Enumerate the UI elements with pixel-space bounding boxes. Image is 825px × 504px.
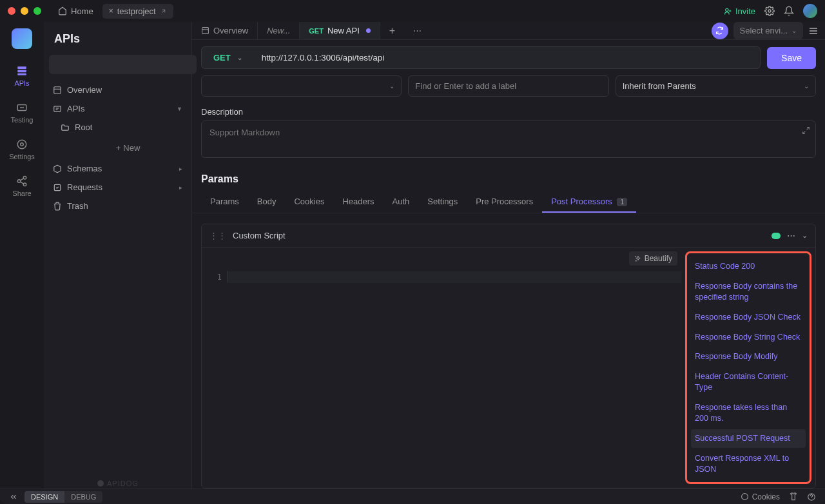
new-item-button[interactable]: +New [70, 139, 186, 157]
tab-overview[interactable]: Overview [192, 22, 258, 39]
tab-method: GET [309, 27, 324, 35]
rail-label: Settings [9, 153, 35, 160]
home-button[interactable]: Home [53, 4, 99, 19]
caret-right-icon: ▸ [179, 166, 182, 172]
tab-api[interactable]: GET New API [300, 22, 380, 39]
snippet-item[interactable]: Header Contains Content-Type [691, 367, 806, 397]
env-label: Select envi... [740, 26, 788, 35]
sync-icon [715, 26, 724, 35]
sidebar-item-label: Root [75, 122, 92, 132]
count-badge: 1 [617, 198, 627, 206]
gear-icon[interactable] [764, 6, 775, 16]
chevron-down-icon[interactable]: ⌄ [802, 231, 808, 240]
environment-select[interactable]: Select envi... ⌄ [733, 22, 803, 39]
snippet-item[interactable]: Response Body contains the specified str… [691, 277, 806, 307]
debug-mode[interactable]: DEBUG [64, 491, 102, 503]
trash-icon [53, 202, 62, 211]
sidebar-title: APIs [49, 28, 186, 55]
svg-point-0 [726, 8, 728, 11]
inherit-label: Inherit from Parents [623, 81, 696, 91]
inherit-select[interactable]: Inherit from Parents ⌄ [616, 75, 816, 97]
collapse-icon[interactable] [9, 492, 18, 501]
labels-input[interactable]: Find or Enter to add a label [408, 75, 608, 97]
maximize-window-button[interactable] [34, 7, 41, 15]
svg-rect-2 [17, 66, 26, 69]
sidebar-requests[interactable]: Requests ▸ [49, 178, 186, 197]
design-mode[interactable]: DESIGN [24, 491, 64, 503]
ptab-body[interactable]: Body [248, 191, 286, 213]
snippet-item[interactable]: Status Code 200 [691, 257, 806, 276]
ptab-pre[interactable]: Pre Processors [467, 191, 542, 213]
user-plus-icon [724, 7, 732, 15]
sidebar-trash[interactable]: Trash [49, 197, 186, 215]
code-line[interactable] [228, 271, 681, 283]
method-select[interactable]: GET ⌄ [201, 46, 254, 69]
project-tab[interactable]: × testproject [102, 4, 173, 19]
sidebar-schemas[interactable]: Schemas ▸ [49, 159, 186, 178]
ptab-cookies[interactable]: Cookies [285, 191, 333, 213]
svg-point-6 [21, 143, 24, 146]
placeholder: Support Markdown [209, 128, 280, 137]
more-icon[interactable]: ⋯ [787, 231, 795, 240]
schemas-icon [53, 164, 62, 173]
snippet-item[interactable]: Convert Response XML to JSON [691, 449, 806, 479]
rail-apis[interactable]: APIs [0, 59, 44, 92]
svg-rect-12 [54, 86, 61, 93]
sidebar-item-label: Schemas [67, 164, 102, 173]
tags-select[interactable]: ⌄ [201, 75, 402, 97]
drag-handle[interactable]: ⋮⋮ [209, 231, 226, 240]
expand-icon[interactable] [802, 126, 810, 135]
svg-point-7 [17, 140, 26, 149]
beautify-button[interactable]: Beautify [629, 251, 677, 266]
help-icon[interactable] [807, 492, 816, 501]
invite-button[interactable]: Invite [724, 6, 755, 16]
ptab-post[interactable]: Post Processors 1 [542, 191, 636, 213]
rail-settings[interactable]: Settings [0, 133, 44, 166]
enable-toggle[interactable] [772, 233, 781, 239]
snippet-item[interactable]: Response Body Modify [691, 347, 806, 366]
sidebar-root-folder[interactable]: Root [57, 118, 186, 137]
chevron-down-icon: ⌄ [804, 82, 809, 90]
bell-icon[interactable] [784, 6, 794, 16]
user-avatar[interactable] [803, 4, 817, 18]
snippet-item[interactable]: Response Body JSON Check [691, 308, 806, 327]
svg-point-10 [23, 183, 26, 186]
param-tabs: Params Body Cookies Headers Auth Setting… [192, 185, 825, 213]
add-tab-button[interactable]: + [380, 22, 404, 39]
cookies-button[interactable]: Cookies [741, 492, 780, 501]
ptab-params[interactable]: Params [201, 191, 248, 213]
description-label: Description [192, 102, 825, 121]
sidebar-search-input[interactable] [49, 55, 197, 74]
ptab-settings[interactable]: Settings [418, 191, 467, 213]
ptab-headers[interactable]: Headers [333, 191, 383, 213]
snippet-item[interactable]: Response takes less than 200 ms. [691, 398, 806, 428]
sidebar-apis-group[interactable]: APIs ▼ [49, 99, 186, 118]
url-input[interactable] [254, 46, 761, 69]
external-icon [160, 8, 167, 15]
project-tab-label: testproject [117, 6, 156, 16]
ptab-auth[interactable]: Auth [383, 191, 419, 213]
shirt-icon[interactable] [789, 492, 798, 501]
sync-button[interactable] [712, 23, 728, 39]
more-tabs-button[interactable]: ⋯ [404, 22, 431, 39]
rail-share[interactable]: Share [0, 170, 44, 202]
snippet-item[interactable]: Successful POST Request [691, 429, 806, 448]
rail-testing[interactable]: Testing [0, 96, 44, 129]
menu-icon[interactable] [808, 26, 819, 36]
custom-script-section: ⋮⋮ Custom Script ⋯ ⌄ Beautify 1 [201, 224, 816, 489]
rail-label: Testing [11, 116, 34, 124]
sidebar-overview[interactable]: Overview [49, 81, 186, 99]
minimize-window-button[interactable] [21, 7, 28, 15]
caret-right-icon: ▸ [179, 184, 182, 191]
close-window-button[interactable] [8, 7, 15, 15]
description-input[interactable]: Support Markdown [201, 121, 816, 158]
script-title: Custom Script [233, 231, 286, 240]
tab-close-icon[interactable]: × [109, 6, 113, 15]
overview-tab-icon [201, 26, 209, 35]
tab-new[interactable]: New... [258, 22, 300, 39]
rail-label: APIs [14, 79, 29, 87]
params-header: Params [192, 167, 825, 185]
snippet-item[interactable]: Response Body String Check [691, 328, 806, 347]
save-button[interactable]: Save [767, 47, 816, 69]
code-editor[interactable]: Beautify 1 [202, 247, 681, 488]
